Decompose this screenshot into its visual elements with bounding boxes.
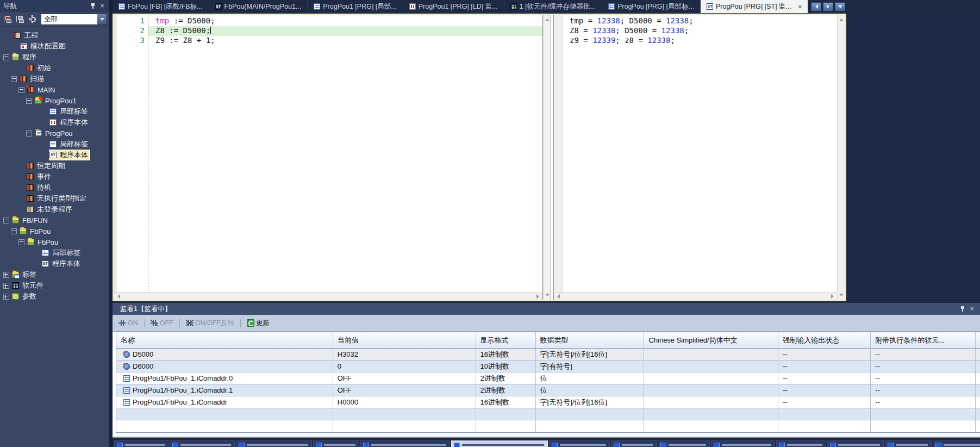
editor-tab[interactable]: ProgPou [PRG] [局部标... <box>602 0 701 13</box>
editor-tab[interactable]: ProgPou1 [PRG] [LD] 监... <box>403 0 504 13</box>
cell[interactable] <box>476 408 536 420</box>
bottom-tab-stub[interactable] <box>360 440 450 447</box>
code-line[interactable]: Z8 := D5000; <box>148 26 542 36</box>
scroll-right-icon[interactable] <box>831 294 836 299</box>
bottom-tab-stub[interactable] <box>114 440 168 447</box>
bottom-tab-stub[interactable] <box>611 440 657 447</box>
cell[interactable]: -- <box>871 372 976 384</box>
cell[interactable]: 位 <box>536 384 645 396</box>
bottom-tab-stub[interactable] <box>776 440 826 447</box>
tree-item[interactable]: 程序本体 <box>0 258 109 269</box>
editor-tab[interactable]: FbPou [FB] [函数/FB标... <box>113 0 209 13</box>
expand-icon[interactable] <box>3 272 9 278</box>
tree-item[interactable]: 程序 <box>0 52 109 63</box>
code-editor[interactable]: tmp := D5000;Z8 := D5000;Z9 := Z8 + 1; <box>148 15 542 292</box>
tab-scroll-right-button[interactable] <box>823 2 833 11</box>
tab-close-icon[interactable]: × <box>798 3 802 11</box>
cell[interactable] <box>116 420 333 432</box>
collapse-icon[interactable] <box>3 54 9 60</box>
tree-item[interactable]: ProgPou1 <box>0 95 109 106</box>
tree-item[interactable]: 程序本体 <box>0 150 109 160</box>
scroll-up-icon[interactable] <box>545 16 550 21</box>
cell[interactable]: OFF <box>333 372 476 384</box>
tree-item[interactable]: 恒定周期 <box>0 160 109 171</box>
close-icon[interactable]: × <box>98 2 106 10</box>
tree-item[interactable]: ProgPou <box>0 128 109 139</box>
cell[interactable] <box>644 420 778 432</box>
cell[interactable]: ProgPou1/FbPou_1.iComaddr <box>116 396 333 408</box>
watch-toolbar-button[interactable]: ON/OFF反转 <box>184 318 236 329</box>
close-icon[interactable]: × <box>968 305 976 313</box>
cell[interactable]: 位 <box>536 372 645 384</box>
bottom-tab-stub[interactable] <box>885 440 932 447</box>
tree-item[interactable]: 参数 <box>0 291 109 302</box>
cell[interactable]: -- <box>778 384 871 396</box>
cell[interactable] <box>333 420 476 432</box>
column-header[interactable]: 当前值 <box>333 332 476 348</box>
bottom-tab-stub[interactable] <box>313 440 359 447</box>
editor-tab[interactable]: 1 [软元件/缓冲存储器批... <box>504 0 602 13</box>
collapse-icon[interactable] <box>11 76 17 82</box>
cell[interactable]: -- <box>778 396 871 408</box>
tree-item[interactable]: 程序本体 <box>0 117 109 128</box>
monitor-vscrollbar[interactable] <box>837 15 845 300</box>
tree-item[interactable]: FbPou <box>0 237 109 247</box>
cell[interactable] <box>476 420 536 432</box>
tree-item[interactable]: 软元件 <box>0 280 109 291</box>
tree-item[interactable]: FB/FUN <box>0 215 109 226</box>
bottom-tab-stub[interactable] <box>549 440 610 447</box>
tab-list-button[interactable] <box>835 2 845 11</box>
pin-icon[interactable] <box>89 2 97 10</box>
cell[interactable]: -- <box>778 349 871 360</box>
bottom-tab-stub[interactable] <box>658 440 710 447</box>
cell[interactable] <box>116 408 333 420</box>
cell[interactable]: -- <box>778 361 871 372</box>
watch-row[interactable]: D6000010进制数字[有符号]---- <box>116 361 980 372</box>
cell[interactable] <box>871 408 976 420</box>
cell[interactable]: 字[有符号] <box>536 361 645 372</box>
scroll-down-icon[interactable] <box>545 294 550 299</box>
cell[interactable] <box>644 408 778 420</box>
cell[interactable]: D6000 <box>116 361 333 372</box>
tree-item[interactable]: 无执行类型指定 <box>0 193 109 204</box>
expand-icon[interactable] <box>3 294 9 300</box>
settings-button[interactable] <box>27 14 38 24</box>
scroll-left-icon[interactable] <box>115 294 120 299</box>
scroll-right-icon[interactable] <box>536 294 541 299</box>
tree-item[interactable]: MAIN <box>0 84 109 95</box>
cell[interactable]: ProgPou1/FbPou_1.iComaddr.1 <box>116 384 333 396</box>
cell[interactable]: 字[无符号]/位列[16位] <box>536 396 645 408</box>
watch-row[interactable]: D5000H303216进制数字[无符号]/位列[16位]---- <box>116 349 980 361</box>
bottom-tab-stub[interactable] <box>933 440 980 447</box>
watch-toolbar-button[interactable]: ON <box>117 318 140 328</box>
cell[interactable]: -- <box>871 384 976 396</box>
tree-item[interactable]: 局部标签 <box>0 106 109 117</box>
column-header[interactable]: 显示格式 <box>476 332 536 348</box>
editor-tab[interactable]: ProgPou [PRG] [ST] 监...× <box>701 0 808 13</box>
pin-icon[interactable] <box>959 305 966 313</box>
cell[interactable]: 0 <box>333 361 476 372</box>
code-line[interactable]: tmp := D5000; <box>148 16 542 26</box>
watch-row[interactable]: ProgPou1/FbPou_1.iComaddr.1OFF2进制数位---- <box>116 384 980 396</box>
expand-icon[interactable] <box>3 283 9 289</box>
cell[interactable] <box>644 372 778 384</box>
code-vscrollbar[interactable] <box>543 15 551 300</box>
column-header[interactable]: Chinese Simplified/简体中文 <box>644 332 778 348</box>
dropdown-button[interactable] <box>97 14 107 24</box>
cell[interactable] <box>644 361 778 372</box>
cell[interactable] <box>644 349 778 360</box>
bottom-tab-stub[interactable] <box>236 440 312 447</box>
filter-dropdown[interactable]: 全部 <box>41 14 107 25</box>
cell[interactable]: -- <box>871 396 976 408</box>
cell[interactable]: H3032 <box>333 349 476 360</box>
watch-row[interactable]: ProgPou1/FbPou_1.iComaddr.0OFF2进制数位---- <box>116 372 980 384</box>
collapse-icon[interactable] <box>3 218 9 223</box>
tree-item[interactable]: 工程 <box>0 30 109 41</box>
cell[interactable]: 2进制数 <box>476 372 536 384</box>
editor-tab[interactable]: FbPou(MAIN/ProgPou1... <box>209 0 308 13</box>
monitor-hscrollbar[interactable] <box>554 292 837 300</box>
cell[interactable]: 16进制数 <box>476 349 536 360</box>
cell[interactable]: H0000 <box>333 396 476 408</box>
collapse-icon[interactable] <box>18 87 24 93</box>
cell[interactable]: 16进制数 <box>476 396 536 408</box>
